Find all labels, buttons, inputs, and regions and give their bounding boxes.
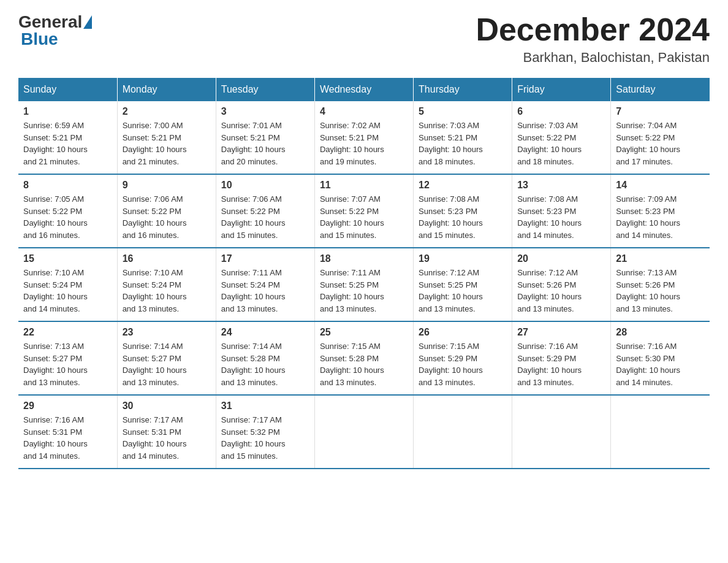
logo: General Blue [18, 12, 93, 49]
calendar-cell: 2Sunrise: 7:00 AMSunset: 5:21 PMDaylight… [117, 101, 216, 174]
calendar-cell [314, 395, 413, 469]
calendar-cell: 9Sunrise: 7:06 AMSunset: 5:22 PMDaylight… [117, 174, 216, 248]
calendar-cell [414, 395, 512, 469]
calendar-cell: 4Sunrise: 7:02 AMSunset: 5:21 PMDaylight… [314, 101, 413, 174]
calendar-cell: 17Sunrise: 7:11 AMSunset: 5:24 PMDayligh… [216, 248, 314, 321]
day-number: 3 [221, 106, 309, 117]
day-info: Sunrise: 7:09 AMSunset: 5:23 PMDaylight:… [616, 193, 705, 241]
day-number: 8 [23, 180, 112, 191]
day-number: 16 [123, 253, 211, 264]
day-info: Sunrise: 7:08 AMSunset: 5:23 PMDaylight:… [517, 193, 605, 241]
weekday-row: SundayMondayTuesdayWednesdayThursdayFrid… [18, 78, 710, 101]
day-info: Sunrise: 7:13 AMSunset: 5:27 PMDaylight:… [23, 340, 112, 388]
calendar-cell: 18Sunrise: 7:11 AMSunset: 5:25 PMDayligh… [314, 248, 413, 321]
logo-blue-text: Blue [21, 29, 58, 48]
calendar-table: SundayMondayTuesdayWednesdayThursdayFrid… [18, 78, 710, 469]
day-info: Sunrise: 7:16 AMSunset: 5:31 PMDaylight:… [23, 414, 112, 462]
day-number: 27 [517, 327, 605, 338]
title-block: December 2024 Barkhan, Balochistan, Paki… [476, 12, 710, 66]
page-header: General Blue December 2024 Barkhan, Balo… [18, 12, 710, 66]
calendar-cell: 1Sunrise: 6:59 AMSunset: 5:21 PMDaylight… [18, 101, 117, 174]
day-info: Sunrise: 7:11 AMSunset: 5:25 PMDaylight:… [320, 267, 408, 315]
day-info: Sunrise: 7:06 AMSunset: 5:22 PMDaylight:… [123, 193, 211, 241]
day-info: Sunrise: 7:08 AMSunset: 5:23 PMDaylight:… [419, 193, 507, 241]
calendar-cell: 20Sunrise: 7:12 AMSunset: 5:26 PMDayligh… [512, 248, 611, 321]
calendar-week-3: 15Sunrise: 7:10 AMSunset: 5:24 PMDayligh… [18, 248, 710, 321]
calendar-cell: 30Sunrise: 7:17 AMSunset: 5:31 PMDayligh… [117, 395, 216, 469]
calendar-cell: 5Sunrise: 7:03 AMSunset: 5:21 PMDaylight… [414, 101, 512, 174]
calendar-week-1: 1Sunrise: 6:59 AMSunset: 5:21 PMDaylight… [18, 101, 710, 174]
logo-triangle-icon [83, 15, 92, 29]
day-info: Sunrise: 7:16 AMSunset: 5:30 PMDaylight:… [616, 340, 705, 388]
day-number: 24 [221, 327, 309, 338]
calendar-cell [512, 395, 611, 469]
calendar-cell: 31Sunrise: 7:17 AMSunset: 5:32 PMDayligh… [216, 395, 314, 469]
calendar-cell: 28Sunrise: 7:16 AMSunset: 5:30 PMDayligh… [611, 321, 710, 395]
day-number: 4 [320, 106, 408, 117]
calendar-cell: 21Sunrise: 7:13 AMSunset: 5:26 PMDayligh… [611, 248, 710, 321]
day-number: 13 [517, 180, 605, 191]
calendar-cell: 6Sunrise: 7:03 AMSunset: 5:22 PMDaylight… [512, 101, 611, 174]
weekday-header-thursday: Thursday [414, 78, 512, 101]
day-number: 30 [123, 400, 211, 412]
day-number: 5 [419, 106, 507, 117]
day-number: 25 [320, 327, 408, 338]
day-number: 11 [320, 180, 408, 191]
weekday-header-friday: Friday [512, 78, 611, 101]
day-number: 12 [419, 180, 507, 191]
day-info: Sunrise: 6:59 AMSunset: 5:21 PMDaylight:… [23, 120, 112, 167]
day-info: Sunrise: 7:10 AMSunset: 5:24 PMDaylight:… [23, 267, 112, 315]
day-number: 28 [616, 327, 705, 338]
day-info: Sunrise: 7:07 AMSunset: 5:22 PMDaylight:… [320, 193, 408, 241]
calendar-cell: 22Sunrise: 7:13 AMSunset: 5:27 PMDayligh… [18, 321, 117, 395]
calendar-cell: 25Sunrise: 7:15 AMSunset: 5:28 PMDayligh… [314, 321, 413, 395]
weekday-header-monday: Monday [117, 78, 216, 101]
calendar-cell: 10Sunrise: 7:06 AMSunset: 5:22 PMDayligh… [216, 174, 314, 248]
weekday-header-sunday: Sunday [18, 78, 117, 101]
day-info: Sunrise: 7:14 AMSunset: 5:28 PMDaylight:… [221, 340, 309, 388]
weekday-header-saturday: Saturday [611, 78, 710, 101]
day-number: 6 [517, 106, 605, 117]
day-info: Sunrise: 7:15 AMSunset: 5:28 PMDaylight:… [320, 340, 408, 388]
calendar-cell: 16Sunrise: 7:10 AMSunset: 5:24 PMDayligh… [117, 248, 216, 321]
day-info: Sunrise: 7:12 AMSunset: 5:26 PMDaylight:… [517, 267, 605, 315]
day-info: Sunrise: 7:05 AMSunset: 5:22 PMDaylight:… [23, 193, 112, 241]
day-number: 14 [616, 180, 705, 191]
calendar-cell: 27Sunrise: 7:16 AMSunset: 5:29 PMDayligh… [512, 321, 611, 395]
calendar-cell: 19Sunrise: 7:12 AMSunset: 5:25 PMDayligh… [414, 248, 512, 321]
weekday-header-tuesday: Tuesday [216, 78, 314, 101]
day-number: 1 [23, 106, 112, 117]
day-info: Sunrise: 7:16 AMSunset: 5:29 PMDaylight:… [517, 340, 605, 388]
calendar-cell: 24Sunrise: 7:14 AMSunset: 5:28 PMDayligh… [216, 321, 314, 395]
day-number: 19 [419, 253, 507, 264]
day-info: Sunrise: 7:15 AMSunset: 5:29 PMDaylight:… [419, 340, 507, 388]
day-info: Sunrise: 7:13 AMSunset: 5:26 PMDaylight:… [616, 267, 705, 315]
day-number: 29 [23, 400, 112, 412]
day-number: 21 [616, 253, 705, 264]
day-info: Sunrise: 7:04 AMSunset: 5:22 PMDaylight:… [616, 120, 705, 167]
calendar-cell: 11Sunrise: 7:07 AMSunset: 5:22 PMDayligh… [314, 174, 413, 248]
day-number: 9 [123, 180, 211, 191]
day-info: Sunrise: 7:02 AMSunset: 5:21 PMDaylight:… [320, 120, 408, 167]
calendar-cell: 29Sunrise: 7:16 AMSunset: 5:31 PMDayligh… [18, 395, 117, 469]
day-number: 7 [616, 106, 705, 117]
day-number: 26 [419, 327, 507, 338]
day-info: Sunrise: 7:17 AMSunset: 5:31 PMDaylight:… [123, 414, 211, 462]
day-info: Sunrise: 7:03 AMSunset: 5:22 PMDaylight:… [517, 120, 605, 167]
day-number: 15 [23, 253, 112, 264]
calendar-cell: 15Sunrise: 7:10 AMSunset: 5:24 PMDayligh… [18, 248, 117, 321]
weekday-header-wednesday: Wednesday [314, 78, 413, 101]
calendar-cell: 7Sunrise: 7:04 AMSunset: 5:22 PMDaylight… [611, 101, 710, 174]
calendar-body: 1Sunrise: 6:59 AMSunset: 5:21 PMDaylight… [18, 101, 710, 469]
calendar-cell: 12Sunrise: 7:08 AMSunset: 5:23 PMDayligh… [414, 174, 512, 248]
day-number: 22 [23, 327, 112, 338]
calendar-cell: 8Sunrise: 7:05 AMSunset: 5:22 PMDaylight… [18, 174, 117, 248]
calendar-week-2: 8Sunrise: 7:05 AMSunset: 5:22 PMDaylight… [18, 174, 710, 248]
day-info: Sunrise: 7:17 AMSunset: 5:32 PMDaylight:… [221, 414, 309, 462]
calendar-cell: 14Sunrise: 7:09 AMSunset: 5:23 PMDayligh… [611, 174, 710, 248]
calendar-week-5: 29Sunrise: 7:16 AMSunset: 5:31 PMDayligh… [18, 395, 710, 469]
day-info: Sunrise: 7:14 AMSunset: 5:27 PMDaylight:… [123, 340, 211, 388]
day-info: Sunrise: 7:06 AMSunset: 5:22 PMDaylight:… [221, 193, 309, 241]
day-number: 20 [517, 253, 605, 264]
day-number: 10 [221, 180, 309, 191]
